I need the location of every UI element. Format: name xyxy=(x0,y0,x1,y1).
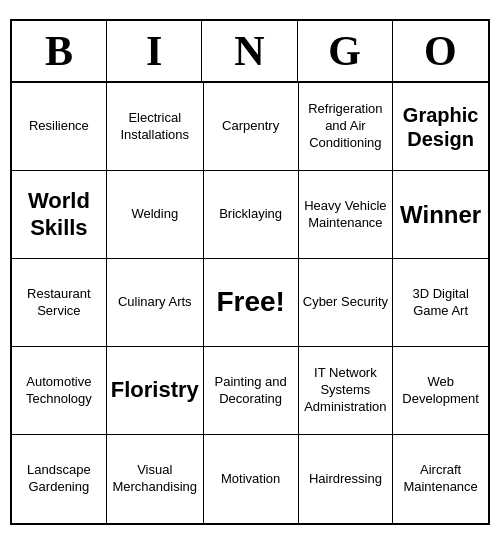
bingo-letter-G: G xyxy=(298,21,393,81)
bingo-cell-12[interactable]: Free! xyxy=(204,259,299,347)
bingo-cell-13[interactable]: Cyber Security xyxy=(299,259,394,347)
bingo-cell-14[interactable]: 3D Digital Game Art xyxy=(393,259,488,347)
bingo-cell-0[interactable]: Resilience xyxy=(12,83,107,171)
bingo-letter-O: O xyxy=(393,21,488,81)
bingo-cell-7[interactable]: Bricklaying xyxy=(204,171,299,259)
bingo-cell-17[interactable]: Painting and Decorating xyxy=(204,347,299,435)
bingo-cell-4[interactable]: Graphic Design xyxy=(393,83,488,171)
bingo-cell-16[interactable]: Floristry xyxy=(107,347,204,435)
bingo-cell-10[interactable]: Restaurant Service xyxy=(12,259,107,347)
bingo-card: BINGO ResilienceElectrical Installations… xyxy=(10,19,490,525)
bingo-cell-1[interactable]: Electrical Installations xyxy=(107,83,204,171)
bingo-cell-5[interactable]: World Skills xyxy=(12,171,107,259)
bingo-letter-N: N xyxy=(202,21,297,81)
bingo-cell-22[interactable]: Motivation xyxy=(204,435,299,523)
bingo-cell-11[interactable]: Culinary Arts xyxy=(107,259,204,347)
bingo-header: BINGO xyxy=(12,21,488,83)
bingo-cell-3[interactable]: Refrigeration and Air Conditioning xyxy=(299,83,394,171)
bingo-cell-18[interactable]: IT Network Systems Administration xyxy=(299,347,394,435)
bingo-cell-21[interactable]: Visual Merchandising xyxy=(107,435,204,523)
bingo-cell-2[interactable]: Carpentry xyxy=(204,83,299,171)
bingo-cell-19[interactable]: Web Development xyxy=(393,347,488,435)
bingo-letter-B: B xyxy=(12,21,107,81)
bingo-letter-I: I xyxy=(107,21,202,81)
bingo-cell-9[interactable]: Winner xyxy=(393,171,488,259)
bingo-grid: ResilienceElectrical InstallationsCarpen… xyxy=(12,83,488,523)
bingo-cell-24[interactable]: Aircraft Maintenance xyxy=(393,435,488,523)
bingo-cell-6[interactable]: Welding xyxy=(107,171,204,259)
bingo-cell-15[interactable]: Automotive Technology xyxy=(12,347,107,435)
bingo-cell-20[interactable]: Landscape Gardening xyxy=(12,435,107,523)
bingo-cell-8[interactable]: Heavy Vehicle Maintenance xyxy=(299,171,394,259)
bingo-cell-23[interactable]: Hairdressing xyxy=(299,435,394,523)
